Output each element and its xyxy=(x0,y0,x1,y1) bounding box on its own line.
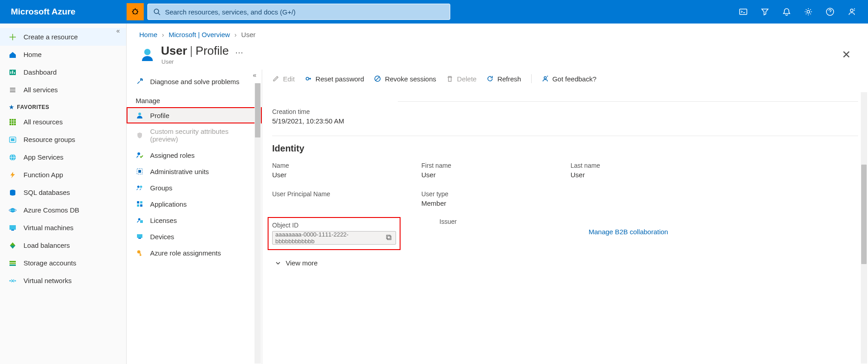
chevron-right-icon: › xyxy=(162,31,164,38)
people-icon xyxy=(136,184,144,192)
got-feedback-button[interactable]: Got feedback? xyxy=(542,75,597,83)
nav-all-resources[interactable]: All resources xyxy=(0,113,126,131)
menu-licenses[interactable]: Licenses xyxy=(127,212,262,228)
last-name-label: Last name xyxy=(571,162,702,169)
settings-button[interactable] xyxy=(797,0,819,24)
revoke-sessions-button[interactable]: Revoke sessions xyxy=(374,75,436,83)
svg-line-9 xyxy=(158,13,160,15)
menu-section-manage: Manage xyxy=(127,90,262,107)
cloud-shell-button[interactable] xyxy=(732,0,754,24)
menu-admin-units[interactable]: Administrative units xyxy=(127,163,262,180)
svg-point-13 xyxy=(850,9,853,12)
main-layout: « Create a resource Home Dashboard All s… xyxy=(0,24,868,364)
menu-profile[interactable]: Profile xyxy=(127,107,262,123)
close-button[interactable]: ✕ xyxy=(837,46,855,64)
upn-label: User Principal Name xyxy=(272,190,403,198)
grid-icon xyxy=(8,118,17,127)
search-bar[interactable] xyxy=(147,4,450,20)
menu-groups[interactable]: Groups xyxy=(127,180,262,196)
nav-storage-accounts[interactable]: Storage accounts xyxy=(0,254,126,272)
copy-icon xyxy=(386,234,392,241)
svg-rect-28 xyxy=(14,121,16,123)
delete-button[interactable]: Delete xyxy=(446,75,476,83)
svg-rect-29 xyxy=(9,123,11,125)
search-input[interactable] xyxy=(165,8,444,16)
collapse-nav-button[interactable]: « xyxy=(116,27,120,34)
device-icon xyxy=(136,232,144,241)
svg-point-68 xyxy=(544,77,546,79)
svg-rect-25 xyxy=(14,119,16,121)
nav-virtual-networks[interactable]: Virtual networks xyxy=(0,272,126,289)
breadcrumb-home[interactable]: Home xyxy=(139,31,157,38)
svg-rect-26 xyxy=(9,121,11,123)
view-more-button[interactable]: View more xyxy=(262,253,868,273)
svg-point-52 xyxy=(137,186,140,188)
creation-time-label: Creation time xyxy=(272,108,858,115)
vm-icon xyxy=(8,223,17,232)
svg-point-58 xyxy=(138,218,141,221)
menu-diagnose[interactable]: Diagnose and solve problems xyxy=(127,73,262,90)
collapse-menu-button[interactable]: « xyxy=(253,71,256,79)
menu-assigned-roles[interactable]: Assigned roles xyxy=(127,147,262,163)
nav-label: Dashboard xyxy=(24,68,57,76)
svg-point-65 xyxy=(306,77,309,80)
nav-load-balancers[interactable]: Load balancers xyxy=(0,236,126,254)
copy-button[interactable] xyxy=(385,233,393,243)
blade-menu: « Diagnose and solve problems Manage Pro… xyxy=(127,70,262,364)
more-actions-button[interactable]: ⋯ xyxy=(235,47,244,57)
nav-resource-groups[interactable]: Resource groups xyxy=(0,131,126,148)
nav-virtual-machines[interactable]: Virtual machines xyxy=(0,219,126,236)
nav-sql-databases[interactable]: SQL databases xyxy=(0,184,126,201)
nav-label: Home xyxy=(24,51,42,58)
page-title: User|Profile xyxy=(161,44,229,58)
menu-azure-roles[interactable]: Azure role assignments xyxy=(127,245,262,261)
nav-all-services[interactable]: All services xyxy=(0,81,126,99)
breadcrumb-overview[interactable]: Microsoft | Overview xyxy=(169,31,230,38)
person-icon xyxy=(136,111,144,119)
nav-home[interactable]: Home xyxy=(0,46,126,63)
help-button[interactable] xyxy=(819,0,841,24)
nav-function-app[interactable]: Function App xyxy=(0,166,126,184)
menu-applications[interactable]: Applications xyxy=(127,196,262,212)
edit-button[interactable]: Edit xyxy=(272,75,295,83)
lightning-icon xyxy=(8,170,17,180)
nav-cosmos-db[interactable]: Azure Cosmos DB xyxy=(0,201,126,219)
last-name-value: User xyxy=(571,171,702,179)
reset-password-button[interactable]: Reset password xyxy=(305,75,364,83)
svg-point-8 xyxy=(154,9,159,14)
menu-label: Assigned roles xyxy=(150,151,194,159)
menu-label: Devices xyxy=(150,233,174,241)
nav-app-services[interactable]: App Services xyxy=(0,148,126,166)
storage-icon xyxy=(8,259,17,268)
globe-icon xyxy=(8,153,17,162)
svg-rect-64 xyxy=(140,255,142,255)
svg-point-47 xyxy=(144,49,151,55)
svg-rect-10 xyxy=(740,9,747,14)
svg-rect-43 xyxy=(9,263,16,264)
feedback-button[interactable] xyxy=(841,0,863,24)
debug-button[interactable] xyxy=(127,3,144,20)
scrollbar[interactable] xyxy=(255,83,261,364)
search-icon xyxy=(153,8,160,15)
nav-label: SQL databases xyxy=(24,189,70,196)
menu-custom-attrs[interactable]: Custom security attributes (preview) xyxy=(127,123,262,147)
notifications-button[interactable] xyxy=(776,0,797,24)
svg-rect-27 xyxy=(12,121,14,123)
nav-label: Azure Cosmos DB xyxy=(24,206,79,214)
nav-dashboard[interactable]: Dashboard xyxy=(0,63,126,81)
database-icon xyxy=(8,188,17,197)
menu-devices[interactable]: Devices xyxy=(127,228,262,245)
filter-button[interactable] xyxy=(754,0,776,24)
svg-rect-19 xyxy=(14,72,15,74)
manage-b2b-link[interactable]: Manage B2B collaboration xyxy=(589,228,668,236)
svg-rect-56 xyxy=(137,204,139,207)
refresh-button[interactable]: Refresh xyxy=(486,75,521,83)
nav-create-resource[interactable]: Create a resource xyxy=(0,28,126,46)
creation-time-value: 5/19/2021, 10:23:50 AM xyxy=(272,117,858,125)
shield-icon xyxy=(136,131,144,139)
identity-heading: Identity xyxy=(262,136,868,158)
top-actions xyxy=(732,0,868,24)
scrollbar[interactable] xyxy=(861,92,867,364)
breadcrumb: Home › Microsoft | Overview › User xyxy=(127,24,868,44)
svg-rect-59 xyxy=(140,220,143,223)
